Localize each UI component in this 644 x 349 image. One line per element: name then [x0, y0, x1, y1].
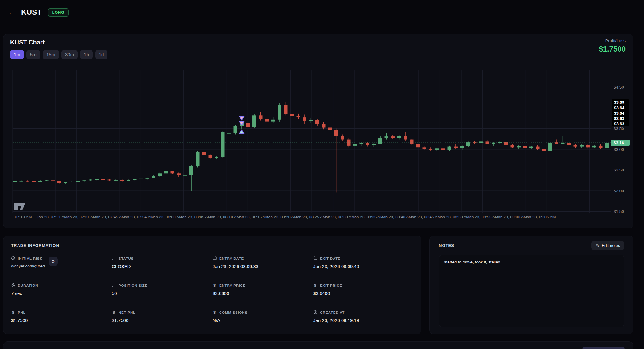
- bottom-section-card: [3, 341, 633, 349]
- svg-text:$3.50: $3.50: [614, 126, 624, 131]
- svg-text:Jan 23, 08:10 AM: Jan 23, 08:10 AM: [209, 215, 240, 219]
- svg-text:Jan 23, 09:05 AM: Jan 23, 09:05 AM: [525, 215, 556, 219]
- trade-field-value: 7 sec: [11, 291, 112, 296]
- configure-risk-button[interactable]: ⚙: [49, 257, 58, 266]
- trade-field-initial-risk: INITIAL RISKNot yet configured⚙: [11, 256, 112, 274]
- svg-text:$: $: [12, 310, 14, 314]
- candlestick-chart[interactable]: $4.50$3.50$3.00$2.50$2.00$1.50$3.69$3.64…: [3, 34, 634, 229]
- trade-field-value: $3.6400: [313, 291, 414, 296]
- svg-text:Jan 23, 08:25 AM: Jan 23, 08:25 AM: [295, 215, 326, 219]
- svg-text:$3.00: $3.00: [614, 147, 624, 152]
- trade-field-label: COMMISSIONS: [219, 311, 248, 314]
- notes-textarea[interactable]: started to move, took it, stalled...: [439, 255, 624, 327]
- trade-field-label: ENTRY PRICE: [219, 284, 246, 287]
- trade-field-value: Jan 23, 2026 08:09:40: [313, 264, 414, 269]
- trade-information-title: TRADE INFORMATION: [11, 243, 59, 248]
- svg-text:$3.64: $3.64: [614, 111, 624, 116]
- trade-field-entry-price: $ENTRY PRICE$3.6300: [213, 283, 313, 301]
- svg-text:Jan 23, 08:35 AM: Jan 23, 08:35 AM: [352, 215, 383, 219]
- dollar-icon: $: [213, 310, 217, 315]
- svg-text:Jan 23, 08:50 AM: Jan 23, 08:50 AM: [439, 215, 470, 219]
- trade-field-value: Not yet configured: [11, 264, 112, 268]
- trade-field-label: STATUS: [119, 257, 134, 260]
- trade-field-label: INITIAL RISK: [18, 257, 42, 260]
- pencil-icon: ✎: [596, 243, 599, 248]
- trade-field-status: STATUSCLOSED: [112, 256, 213, 274]
- trade-field-value: Jan 23, 2026 08:09:33: [213, 264, 313, 269]
- dollar-icon: $: [11, 310, 15, 315]
- trade-field-label: CREATED AT: [320, 311, 345, 314]
- svg-text:$3.64: $3.64: [614, 105, 624, 110]
- trade-field-label: ENTRY DATE: [219, 257, 244, 260]
- dollar-icon: $: [313, 283, 318, 288]
- edit-notes-label: Edit notes: [602, 243, 620, 248]
- svg-text:Jan 23, 08:55 AM: Jan 23, 08:55 AM: [467, 215, 498, 219]
- svg-text:Jan 23, 08:20 AM: Jan 23, 08:20 AM: [266, 215, 297, 219]
- svg-text:07:10 AM: 07:10 AM: [15, 215, 32, 219]
- trade-field-label: DURATION: [18, 284, 38, 287]
- trade-field-created-at: CREATED ATJan 23, 2026 08:19:19: [313, 310, 414, 328]
- svg-text:Jan 23, 08:00 AM: Jan 23, 08:00 AM: [151, 215, 182, 219]
- tradingview-logo[interactable]: [14, 203, 25, 210]
- top-bar: ← KUST LONG: [0, 0, 644, 25]
- dollar-icon: $: [213, 283, 217, 288]
- stopwatch-icon: [11, 283, 15, 288]
- trade-field-value: $3.6300: [213, 291, 313, 296]
- chart-axis-borders: [3, 70, 611, 213]
- chart-card: KUST Chart 1m5m15m30m1h1d Profit/Loss $1…: [3, 34, 633, 228]
- edit-notes-button[interactable]: ✎ Edit notes: [591, 241, 624, 250]
- svg-text:$: $: [314, 283, 317, 287]
- svg-text:$4.50: $4.50: [614, 85, 624, 90]
- svg-text:$: $: [213, 283, 216, 287]
- back-arrow-icon[interactable]: ←: [8, 9, 15, 16]
- bar-chart-icon: [112, 256, 116, 261]
- svg-text:$2.00: $2.00: [614, 189, 624, 193]
- direction-badge: LONG: [48, 8, 69, 17]
- svg-text:$: $: [213, 310, 216, 314]
- svg-text:Jan 23, 08:05 AM: Jan 23, 08:05 AM: [180, 215, 211, 219]
- trade-field-label: POSITION SIZE: [119, 284, 147, 287]
- trade-field-commissions: $COMMISSIONSN/A: [213, 310, 313, 328]
- bar-chart-icon: [112, 283, 116, 288]
- trade-field-label: EXIT DATE: [320, 257, 340, 260]
- notes-title: NOTES: [439, 243, 454, 248]
- trade-information-grid: INITIAL RISKNot yet configured⚙STATUSCLO…: [11, 256, 414, 328]
- trade-information-card: TRADE INFORMATION INITIAL RISKNot yet co…: [3, 236, 421, 334]
- time-axis-labels: 07:10 AMJan 23, 07:21 AMJan 23, 07:31 AM…: [15, 215, 556, 219]
- calendar-icon: [213, 256, 217, 261]
- trade-field-value: $1.7500: [112, 318, 213, 323]
- trade-field-value: Jan 23, 2026 08:19:19: [313, 318, 414, 323]
- gauge-icon: [11, 256, 15, 261]
- trade-field-exit-date: EXIT DATEJan 23, 2026 08:09:40: [313, 256, 414, 274]
- svg-text:Jan 23, 07:31 AM: Jan 23, 07:31 AM: [65, 215, 96, 219]
- calendar-icon: [313, 256, 318, 261]
- trade-field-value: CLOSED: [112, 264, 213, 269]
- svg-text:Jan 23, 08:40 AM: Jan 23, 08:40 AM: [381, 215, 412, 219]
- chart-grid: [13, 70, 611, 213]
- svg-text:Jan 23, 08:45 AM: Jan 23, 08:45 AM: [410, 215, 441, 219]
- trade-field-pnl: $PNL$1.7500: [11, 310, 112, 328]
- svg-text:$3.63: $3.63: [614, 121, 624, 126]
- svg-text:Jan 23, 07:54 AM: Jan 23, 07:54 AM: [123, 215, 154, 219]
- svg-text:$3.63: $3.63: [614, 116, 624, 121]
- trade-field-label: PNL: [18, 311, 25, 314]
- svg-text:$: $: [113, 310, 115, 314]
- svg-text:Jan 23, 08:15 AM: Jan 23, 08:15 AM: [237, 215, 268, 219]
- trade-field-entry-date: ENTRY DATEJan 23, 2026 08:09:33: [213, 256, 313, 274]
- trade-field-value: 50: [112, 291, 213, 296]
- trade-field-label: NET PNL: [119, 311, 135, 314]
- trade-field-exit-price: $EXIT PRICE$3.6400: [313, 283, 414, 301]
- svg-text:$2.50: $2.50: [614, 168, 624, 172]
- trade-field-value: N/A: [213, 318, 313, 323]
- trade-field-duration: DURATION7 sec: [11, 283, 112, 301]
- current-price-tag: $3.16: [611, 140, 630, 146]
- partial-button[interactable]: [582, 347, 625, 349]
- svg-text:Jan 23, 07:45 AM: Jan 23, 07:45 AM: [94, 215, 125, 219]
- candlestick-series: [13, 102, 609, 192]
- svg-text:Jan 23, 08:30 AM: Jan 23, 08:30 AM: [324, 215, 355, 219]
- gear-icon: ⚙: [51, 259, 55, 264]
- svg-text:Jan 23, 09:00 AM: Jan 23, 09:00 AM: [496, 215, 527, 219]
- trade-field-position-size: POSITION SIZE50: [112, 283, 213, 301]
- notes-content: started to move, took it, stalled...: [444, 260, 504, 264]
- trade-field-label: EXIT PRICE: [320, 284, 342, 287]
